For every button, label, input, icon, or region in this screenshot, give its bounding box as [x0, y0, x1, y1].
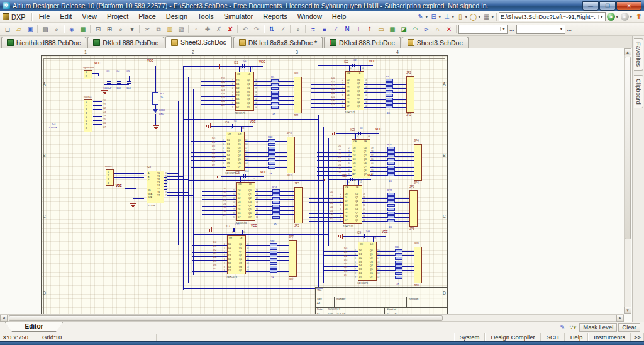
wire-tool-icon[interactable]: ≈ — [308, 24, 319, 35]
scroll-left-arrow[interactable]: ◄ — [0, 315, 8, 322]
capacitor[interactable] — [232, 124, 233, 128]
connector[interactable] — [289, 240, 297, 277]
toolbar-combo-1[interactable]: ▼ — [458, 25, 508, 34]
capacitor[interactable] — [352, 178, 353, 181]
capacitor[interactable] — [360, 132, 362, 135]
resistor[interactable] — [270, 266, 277, 269]
resistor[interactable] — [387, 196, 395, 200]
resistor[interactable] — [271, 102, 279, 105]
resistor[interactable] — [386, 90, 393, 93]
resistor[interactable] — [268, 150, 275, 154]
zoom-area-icon[interactable]: ⊞ — [104, 24, 115, 35]
interactive-edit-icon[interactable]: ✎ — [416, 13, 426, 20]
zoom-dropdown-icon[interactable]: ▾ — [126, 24, 138, 35]
resistor[interactable] — [268, 166, 275, 169]
toolbar-combo-1-more-button[interactable]: ... — [508, 26, 516, 32]
deselect-icon[interactable]: ✗ — [213, 24, 225, 35]
highlight-pencil-icon[interactable]: ✎ — [558, 324, 567, 331]
paste-icon[interactable]: ▥ — [164, 24, 175, 35]
scroll-right-arrow[interactable]: ► — [616, 315, 624, 322]
forward-button[interactable]: ► — [621, 13, 629, 21]
document-tab-sheet3-schdoc[interactable]: Sheet3.SchDoc — [402, 37, 469, 48]
led[interactable] — [153, 109, 158, 113]
capacitor[interactable] — [245, 174, 247, 178]
horizontal-scroll-thumb[interactable] — [9, 315, 443, 321]
redo-icon[interactable]: ↷ — [251, 24, 262, 35]
sheet-symbol-icon[interactable]: ▦ — [387, 24, 398, 35]
open-document-icon[interactable]: ▱ — [13, 24, 25, 35]
panel-button-help[interactable]: Help — [565, 333, 589, 341]
resistor[interactable] — [386, 79, 393, 82]
menu-item-place[interactable]: Place — [133, 11, 161, 22]
zone-number[interactable]: 1 — [84, 50, 87, 54]
resistor[interactable] — [387, 162, 395, 165]
resistor[interactable] — [386, 86, 393, 89]
browser-icon[interactable]: ▦ — [77, 24, 89, 35]
capacitor[interactable] — [242, 64, 243, 68]
copy-icon[interactable]: ⧉ — [153, 24, 164, 35]
capacitor[interactable] — [243, 174, 244, 178]
clear-selection-icon[interactable]: ✘ — [225, 24, 236, 35]
resistor[interactable] — [270, 258, 277, 261]
capacitor[interactable] — [117, 83, 121, 84]
zoom-selection-icon[interactable]: ⌕ — [115, 24, 126, 35]
connector[interactable] — [287, 137, 295, 173]
resistor[interactable] — [387, 154, 395, 157]
connector[interactable] — [406, 76, 414, 113]
menu-item-project[interactable]: Project — [102, 11, 133, 22]
save-document-icon[interactable]: ▣ — [25, 24, 36, 35]
capacitor[interactable] — [236, 228, 237, 232]
connector[interactable] — [106, 169, 114, 186]
resistor[interactable] — [386, 82, 393, 86]
zone-number[interactable]: 4 — [396, 50, 399, 54]
resistor[interactable] — [395, 272, 402, 275]
undo-icon[interactable]: ↶ — [240, 24, 251, 35]
resistor[interactable] — [272, 193, 280, 196]
panel-button-more[interactable]: >> — [631, 333, 644, 341]
resistor[interactable] — [387, 219, 395, 222]
panel-tab-favorites[interactable]: Favorites — [634, 38, 643, 71]
resistor[interactable] — [387, 215, 395, 218]
zoom-document-icon[interactable]: ⊡ — [92, 24, 104, 35]
arc-tool-icon-dropdown[interactable]: ▾ — [479, 14, 480, 19]
capacitor[interactable] — [117, 81, 121, 82]
resistor[interactable] — [272, 201, 280, 204]
capacitor[interactable] — [107, 81, 111, 82]
resistor[interactable] — [395, 261, 402, 264]
capacitor[interactable] — [127, 81, 131, 82]
back-button[interactable]: ◄ — [607, 13, 615, 21]
resistor[interactable] — [387, 150, 395, 154]
close-button[interactable]: ✕ — [616, 1, 641, 11]
resistor[interactable] — [270, 251, 277, 254]
resistor[interactable] — [387, 212, 395, 215]
capacitor[interactable] — [107, 83, 111, 84]
resistor[interactable] — [271, 83, 279, 86]
connector[interactable] — [414, 247, 422, 283]
resistor[interactable] — [270, 247, 277, 250]
power-port-tool-icon-dropdown[interactable]: ▾ — [452, 14, 454, 19]
schematic-sheet[interactable]: VCCIC1C1OELE11174HC573D0Q0219D01D1Q1318D… — [41, 55, 448, 317]
resistor[interactable] — [387, 208, 395, 211]
menu-item-view[interactable]: View — [77, 11, 102, 22]
capacitor[interactable] — [350, 178, 351, 181]
resistor[interactable] — [387, 166, 395, 169]
resistor[interactable] — [268, 158, 275, 161]
harness-connector-icon[interactable]: ◠ — [409, 24, 421, 35]
document-tab-dkled-888-pcbdoc[interactable]: DKled 888.PcbDoc — [87, 37, 164, 48]
resistor[interactable] — [270, 243, 277, 246]
capacitor[interactable] — [358, 132, 359, 135]
resistor[interactable] — [271, 106, 279, 109]
resistor[interactable] — [152, 92, 158, 105]
mask-level-button[interactable]: Mask Level — [579, 323, 617, 332]
resistor[interactable] — [268, 147, 275, 150]
connector[interactable] — [409, 190, 418, 227]
resistor[interactable] — [386, 101, 393, 105]
resistor[interactable] — [395, 253, 402, 256]
bus-tool-icon[interactable]: ≡ — [319, 24, 330, 35]
schematic-editor-canvas[interactable]: VCCIC1C1OELE11174HC573D0Q0219D01D1Q1318D… — [0, 48, 632, 322]
vertical-scroll-thumb[interactable] — [625, 57, 631, 239]
print-icon[interactable]: ▤ — [40, 24, 51, 35]
resistor[interactable] — [387, 204, 395, 207]
bus-entry-icon[interactable]: ∕ — [330, 24, 341, 35]
grid-settings-icon-dropdown[interactable]: ▾ — [492, 14, 494, 19]
